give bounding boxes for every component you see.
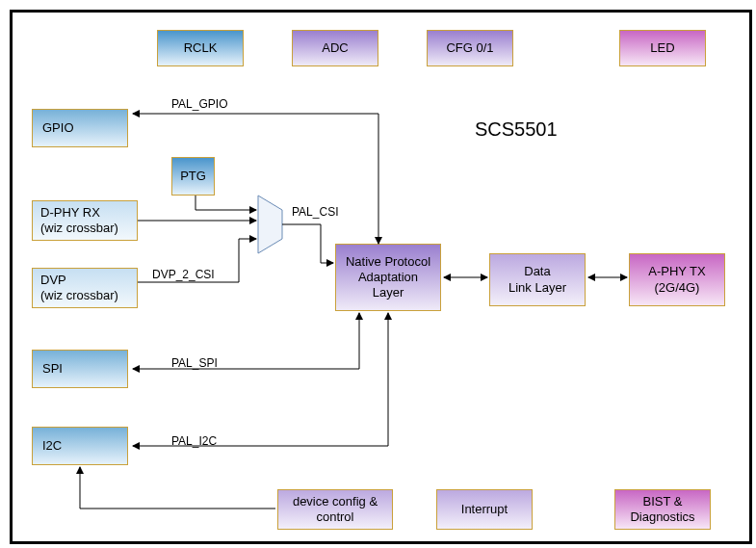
block-dphy: D-PHY RX (wiz crossbar) — [32, 200, 138, 241]
label: LED — [650, 40, 674, 56]
label: CFG 0/1 — [446, 40, 493, 56]
label: Data Link Layer — [508, 264, 566, 296]
label: device config & control — [293, 494, 378, 526]
label: RCLK — [184, 40, 218, 56]
diagram-title: SCS5501 — [475, 118, 558, 141]
label: PTG — [180, 169, 206, 184]
wire-label-pal-csi: PAL_CSI — [292, 205, 338, 219]
block-rclk: RCLK — [157, 30, 244, 66]
block-bist: BIST & Diagnostics — [614, 489, 711, 530]
label: ADC — [322, 40, 348, 56]
label: SPI — [42, 361, 63, 377]
block-npal: Native Protocol Adaptation Layer — [335, 244, 441, 311]
block-dvp: DVP (wiz crossbar) — [32, 268, 138, 308]
block-devcfg: device config & control — [277, 489, 393, 530]
block-aphy: A-PHY TX (2G/4G) — [629, 253, 725, 306]
label: Interrupt — [461, 502, 508, 517]
block-cfg: CFG 0/1 — [427, 30, 513, 66]
label: BIST & Diagnostics — [630, 494, 694, 526]
wire-label-pal-i2c: PAL_I2C — [171, 434, 217, 448]
mux-icon — [258, 196, 282, 253]
label: GPIO — [42, 120, 74, 136]
wire-label-pal-spi: PAL_SPI — [171, 356, 218, 370]
block-spi: SPI — [32, 350, 128, 388]
block-gpio: GPIO — [32, 109, 128, 147]
block-adc: ADC — [292, 30, 378, 66]
wire-label-pal-gpio: PAL_GPIO — [171, 97, 227, 111]
label: A-PHY TX (2G/4G) — [648, 264, 705, 296]
label: I2C — [42, 438, 62, 454]
block-dll: Data Link Layer — [489, 253, 586, 306]
diagram-canvas: RCLK ADC CFG 0/1 LED SCS5501 GPIO PTG D-… — [10, 10, 752, 544]
label: DVP (wiz crossbar) — [40, 273, 118, 304]
label: Native Protocol Adaptation Layer — [346, 254, 430, 301]
block-led: LED — [619, 30, 706, 66]
block-ptg: PTG — [171, 157, 215, 196]
label: D-PHY RX (wiz crossbar) — [40, 205, 118, 237]
wire-label-dvp2csi: DVP_2_CSI — [152, 268, 215, 281]
block-interrupt: Interrupt — [436, 489, 533, 530]
block-i2c: I2C — [32, 427, 128, 465]
